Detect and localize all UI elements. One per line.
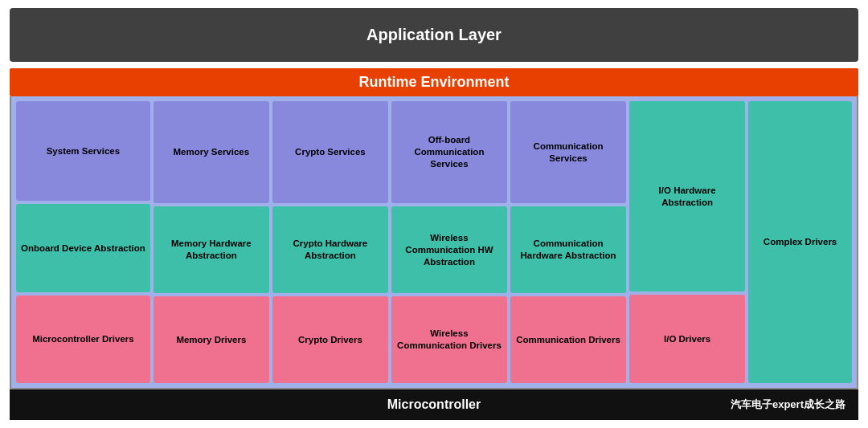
runtime-environment: Runtime Environment bbox=[10, 68, 858, 96]
memory-drivers-cell: Memory Drivers bbox=[154, 296, 269, 383]
complex-drivers-cell: Complex Drivers bbox=[748, 101, 852, 383]
column-memory: Memory Services Memory Hardware Abstract… bbox=[154, 101, 269, 383]
column-comm: Communication Services Communication Har… bbox=[510, 101, 626, 383]
application-layer: Application Layer bbox=[10, 8, 858, 62]
io-hardware-abstraction-cell: I/O Hardware Abstraction bbox=[629, 101, 745, 291]
io-drivers-cell: I/O Drivers bbox=[629, 295, 745, 383]
column-offboard: Off-board Communication Services Wireles… bbox=[391, 101, 507, 383]
crypto-drivers-cell: Crypto Drivers bbox=[272, 296, 388, 383]
column-system: System Services Onboard Device Abstracti… bbox=[16, 101, 150, 383]
column-crypto: Crypto Services Crypto Hardware Abstract… bbox=[272, 101, 388, 383]
grid-area: System Services Onboard Device Abstracti… bbox=[10, 96, 858, 389]
watermark: 汽车电子expert成长之路 bbox=[731, 397, 845, 412]
column-io: I/O Hardware Abstraction I/O Drivers bbox=[629, 101, 745, 383]
offboard-comm-services-cell: Off-board Communication Services bbox=[391, 101, 507, 203]
system-services-cell: System Services bbox=[16, 101, 150, 201]
comm-hardware-abstraction-cell: Communication Hardware Abstraction bbox=[510, 206, 626, 293]
wireless-comm-drivers-cell: Wireless Communication Drivers bbox=[391, 296, 507, 383]
microcontroller-footer: Microcontroller 汽车电子expert成长之路 bbox=[10, 389, 858, 420]
microcontroller-drivers-cell: Microcontroller Drivers bbox=[16, 296, 150, 383]
column-complex: Complex Drivers bbox=[748, 101, 852, 383]
memory-hardware-abstraction-cell: Memory Hardware Abstraction bbox=[154, 206, 269, 293]
diagram-wrapper: Application Layer Runtime Environment Sy… bbox=[0, 0, 868, 428]
comm-drivers-cell: Communication Drivers bbox=[510, 296, 626, 383]
crypto-services-cell: Crypto Services bbox=[272, 101, 388, 203]
wireless-hw-abstraction-cell: Wireless Communication HW Abstraction bbox=[391, 206, 507, 293]
crypto-hardware-abstraction-cell: Crypto Hardware Abstraction bbox=[272, 206, 388, 293]
onboard-device-abstraction-cell: Onboard Device Abstraction bbox=[16, 204, 150, 291]
comm-services-cell: Communication Services bbox=[510, 101, 626, 203]
memory-services-cell: Memory Services bbox=[154, 101, 269, 203]
